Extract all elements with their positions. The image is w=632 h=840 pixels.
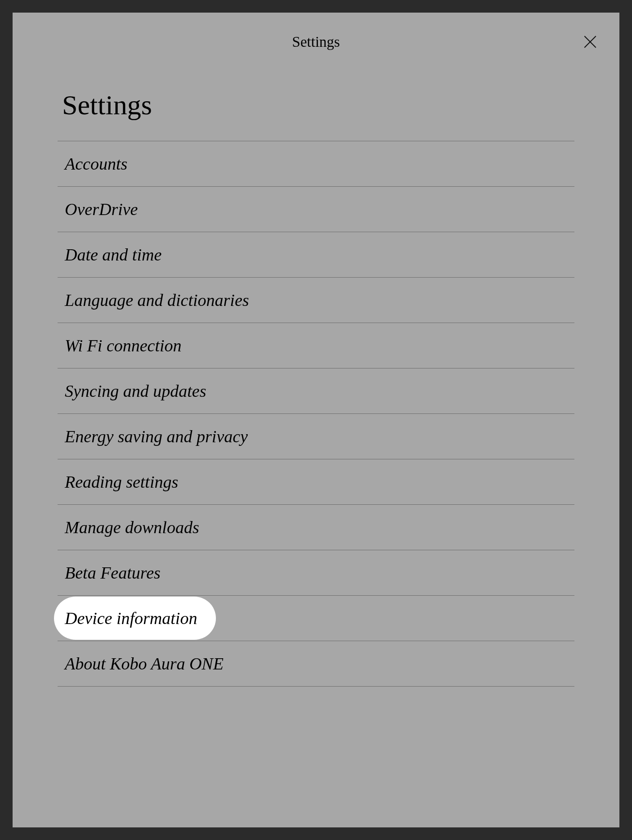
settings-item-energy[interactable]: Energy saving and privacy	[58, 414, 574, 459]
settings-item-beta[interactable]: Beta Features	[58, 550, 574, 596]
settings-item-downloads[interactable]: Manage downloads	[58, 505, 574, 550]
settings-item-reading[interactable]: Reading settings	[58, 459, 574, 505]
device-info-highlight: Device information	[54, 597, 216, 640]
settings-item-about[interactable]: About Kobo Aura ONE	[58, 641, 574, 687]
settings-screen: Settings Settings Accounts OverDrive Dat…	[13, 13, 619, 827]
settings-content: Settings Accounts OverDrive Date and tim…	[13, 71, 619, 687]
settings-item-device-info[interactable]: Device information	[58, 596, 574, 641]
settings-item-accounts[interactable]: Accounts	[58, 141, 574, 187]
settings-item-date-time[interactable]: Date and time	[58, 232, 574, 278]
close-icon	[582, 33, 599, 50]
settings-item-overdrive[interactable]: OverDrive	[58, 187, 574, 232]
settings-item-wifi[interactable]: Wi Fi connection	[58, 323, 574, 368]
modal-header: Settings	[13, 13, 619, 71]
modal-title: Settings	[292, 34, 340, 50]
page-title: Settings	[58, 71, 574, 141]
close-button[interactable]	[579, 31, 601, 53]
settings-item-syncing[interactable]: Syncing and updates	[58, 368, 574, 414]
settings-item-language[interactable]: Language and dictionaries	[58, 278, 574, 323]
